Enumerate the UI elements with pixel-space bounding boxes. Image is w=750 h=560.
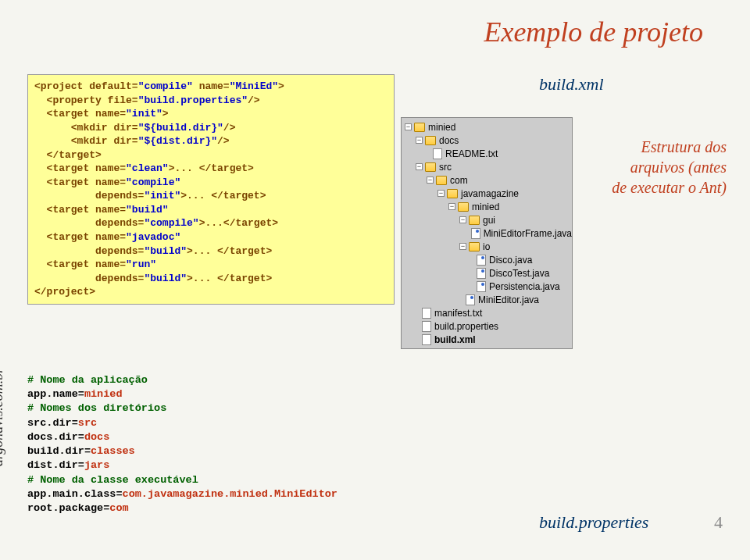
- code-text: "${build.dir}": [138, 122, 223, 134]
- code-text: depends=: [34, 245, 144, 257]
- java-file-icon: [471, 228, 480, 239]
- prop-key: root.package=: [27, 502, 109, 514]
- code-text: <property file=: [34, 95, 138, 106]
- folder-icon: [425, 136, 436, 145]
- props-comment: # Nome da aplicação: [27, 373, 338, 387]
- folder-icon: [436, 176, 447, 185]
- node-label: README.txt: [445, 148, 498, 159]
- prop-val: classes: [91, 445, 135, 457]
- folder-icon: [447, 189, 458, 198]
- prop-val: com.javamagazine.minied.MiniEditor: [123, 488, 338, 500]
- tree-node-minieditorframe[interactable]: MiniEditorFrame.java: [402, 226, 572, 240]
- prop-val: docs: [84, 431, 109, 443]
- expand-icon[interactable]: −: [438, 190, 445, 197]
- node-label: com: [450, 175, 468, 186]
- structure-note: Estrutura dos arquivos (antes de executa…: [612, 137, 727, 198]
- build-properties-label: build.properties: [539, 512, 648, 533]
- code-text: >...</target>: [199, 217, 278, 229]
- node-label: io: [483, 241, 490, 252]
- page-title: Exemplo de projeto: [484, 16, 703, 48]
- tree-node-persistencia[interactable]: Persistencia.java: [402, 280, 572, 293]
- code-text: "clean": [126, 162, 169, 174]
- code-text: />: [223, 122, 236, 134]
- node-label: gui: [483, 215, 495, 226]
- expand-icon[interactable]: −: [427, 177, 434, 184]
- expand-icon[interactable]: −: [405, 123, 412, 130]
- build-xml-label: build.xml: [539, 74, 604, 95]
- code-text: "compile": [138, 80, 193, 92]
- folder-icon: [414, 123, 425, 132]
- prop-val: minied: [84, 388, 123, 400]
- tree-node-com[interactable]: − com: [402, 173, 572, 187]
- node-label: manifest.txt: [434, 308, 482, 319]
- node-label: MiniEditorFrame.java: [484, 228, 572, 239]
- node-label: Persistencia.java: [489, 281, 560, 292]
- code-text: >: [278, 80, 284, 92]
- code-text: >... </target>: [180, 190, 266, 202]
- tree-node-gui[interactable]: − gui: [402, 213, 572, 226]
- code-text: name=: [193, 80, 230, 92]
- java-file-icon: [477, 281, 486, 292]
- file-icon: [433, 148, 442, 159]
- prop-key: dist.dir=: [27, 459, 84, 471]
- code-text: >: [162, 108, 169, 119]
- expand-icon[interactable]: −: [416, 137, 423, 144]
- node-label: DiscoTest.java: [489, 268, 549, 279]
- expand-icon[interactable]: −: [459, 216, 466, 223]
- java-file-icon: [477, 255, 486, 266]
- file-icon: [422, 321, 431, 332]
- tree-node-buildxml[interactable]: build.xml: [402, 333, 572, 346]
- node-label: src: [439, 162, 452, 173]
- prop-val: jars: [84, 459, 109, 471]
- tree-node-minied[interactable]: − minied: [402, 120, 572, 134]
- tree-node-minieditor[interactable]: MiniEditor.java: [402, 293, 572, 306]
- expand-icon[interactable]: −: [416, 163, 423, 170]
- note-l1: Estrutura dos: [641, 138, 727, 155]
- code-text: "${dist.dir}": [138, 135, 217, 147]
- folder-icon: [469, 242, 480, 251]
- tree-node-readme[interactable]: README.txt: [402, 147, 572, 160]
- tree-node-minied-pkg[interactable]: − minied: [402, 200, 572, 213]
- tree-node-io[interactable]: − io: [402, 240, 572, 253]
- tree-node-src[interactable]: − src: [402, 160, 572, 173]
- code-text: <target name=: [34, 162, 126, 174]
- node-label: Disco.java: [489, 255, 532, 266]
- expand-icon[interactable]: −: [448, 203, 455, 210]
- folder-icon: [458, 202, 469, 212]
- code-text: <mkdir dir=: [34, 122, 138, 134]
- folder-icon: [469, 216, 480, 225]
- node-label: MiniEditor.java: [478, 294, 539, 305]
- tree-node-docs[interactable]: − docs: [402, 134, 572, 147]
- prop-val: src: [78, 417, 97, 429]
- expand-icon[interactable]: −: [459, 243, 466, 250]
- code-text: <target name=: [34, 231, 126, 243]
- code-text: </target>: [34, 149, 102, 161]
- code-text: <project default=: [34, 80, 138, 92]
- code-text: "build": [144, 245, 187, 257]
- node-label: build.properties: [434, 321, 498, 332]
- props-comment: # Nome da classe executável: [27, 473, 338, 487]
- prop-key: src.dir=: [27, 417, 78, 429]
- node-label: minied: [472, 202, 499, 212]
- code-text: "build": [144, 273, 187, 284]
- xml-code-block: <project default="compile" name="MiniEd"…: [27, 74, 395, 305]
- code-text: "MiniEd": [230, 80, 278, 92]
- prop-key: build.dir=: [27, 445, 91, 457]
- code-text: depends=: [34, 217, 144, 229]
- tree-node-manifest[interactable]: manifest.txt: [402, 306, 572, 319]
- tree-node-buildprops[interactable]: build.properties: [402, 319, 572, 333]
- code-text: <target name=: [34, 259, 126, 270]
- prop-key: app.name=: [27, 388, 84, 400]
- prop-key: app.main.class=: [27, 488, 123, 500]
- code-text: "init": [144, 190, 180, 202]
- code-text: "run": [126, 259, 156, 270]
- node-label: minied: [428, 122, 455, 133]
- code-text: <target name=: [34, 204, 126, 216]
- prop-val: com: [109, 502, 128, 514]
- tree-node-javamagazine[interactable]: − javamagazine: [402, 187, 572, 200]
- tree-node-disco[interactable]: Disco.java: [402, 253, 572, 266]
- code-text: >... </target>: [169, 162, 254, 174]
- java-file-icon: [466, 294, 475, 305]
- file-tree: − minied − docs README.txt − src − com −…: [401, 117, 573, 349]
- tree-node-discotest[interactable]: DiscoTest.java: [402, 266, 572, 280]
